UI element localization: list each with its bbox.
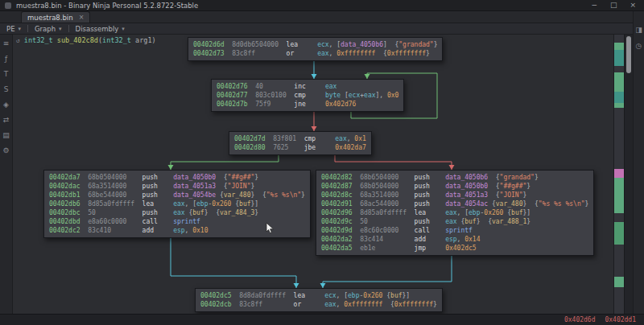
asm-line[interactable]: 00402d9d e8c60c0000 call sprintf	[321, 226, 588, 235]
token-a: 00402d7b	[217, 101, 248, 108]
asm-line[interactable]: 00402db6 8d85a0fdffff lea eax, [ebp-0x26…	[49, 200, 305, 208]
asm-line[interactable]: 00402dcb 83c8ff or eax, 0xffffffff {0xff…	[200, 300, 437, 309]
token-p	[407, 174, 415, 181]
token-a: 00402d87	[321, 183, 353, 190]
token-p: }	[526, 218, 530, 225]
vertical-scrollbar[interactable]	[624, 35, 633, 314]
symbols-icon[interactable]: ƒ	[5, 55, 7, 63]
xrefs-icon[interactable]: ⇄	[3, 116, 10, 124]
token-m: add	[415, 236, 446, 243]
strings-icon[interactable]: S	[4, 85, 9, 93]
asm-line[interactable]: 00402d77 803c0100 cmp byte [ecx+eax], 0x…	[217, 91, 398, 100]
token-s: "##g##"	[500, 183, 527, 190]
feature-map-segment	[614, 245, 624, 277]
token-d: data_4051a3	[173, 183, 216, 190]
tab-close-icon[interactable]: ×	[79, 14, 85, 21]
types-icon[interactable]: T	[4, 70, 9, 78]
view-type-dropdown[interactable]: PE ▾	[6, 25, 21, 33]
asm-line[interactable]: 00402d7d 83f801 cmp eax, 0x1	[234, 134, 366, 143]
asm-line[interactable]: 00402dc5 8d8da0fdffff lea ecx, [ebp-0x26…	[200, 291, 437, 300]
token-r: ebp	[348, 292, 359, 299]
token-p	[353, 200, 361, 208]
token-b: 68b0504000	[88, 174, 134, 181]
basic-block-402d82[interactable]: 00402d82 68b6504000 push data_4050b6 {"g…	[316, 170, 594, 256]
asm-line[interactable]: 00402d73 83c8ff or eax, 0xffffffff {0xff…	[193, 49, 437, 58]
token-m: lea	[142, 200, 174, 208]
minimize-button[interactable]: −	[591, 0, 597, 10]
token-ty: int32_t	[102, 36, 131, 44]
token-p: }]	[251, 200, 259, 208]
asm-line[interactable]: 00402dbc 50 push eax {buf} {var_484_3}	[49, 208, 305, 217]
token-b: 83c414	[360, 236, 407, 243]
asm-line[interactable]: 00402da7 68b0504000 push data_4050b0 {"#…	[49, 173, 305, 182]
il-view-dropdown[interactable]: Disassembly ▾	[76, 25, 125, 33]
token-m: cmp	[304, 135, 336, 142]
graph-view[interactable]: 00402d6d 8d0db6504000 lea ecx, [data_405…	[13, 35, 613, 314]
token-r: ecx	[317, 41, 328, 48]
asm-line[interactable]: 00402d6d 8d0db6504000 lea ecx, [data_405…	[193, 40, 437, 49]
token-b: 8d0db6504000	[232, 41, 279, 48]
tab-muestra8[interactable]: muestra8.bin ×	[21, 11, 90, 23]
token-d: data_4051a3	[445, 191, 488, 199]
history-panel-icon[interactable]: ◷	[636, 42, 642, 50]
panel-right-icon[interactable]: ◨	[635, 26, 642, 34]
asm-line[interactable]: 00402d87 68b0504000 push data_4050b0 {"#…	[321, 182, 588, 191]
token-r: esp	[173, 227, 184, 234]
token-p	[80, 218, 89, 225]
token-p	[225, 50, 233, 57]
feature-map-segment	[614, 222, 624, 245]
asm-line[interactable]: 00402d91 68ac544000 push data_4054ac {va…	[321, 200, 588, 208]
token-p: }	[301, 191, 305, 199]
token-p	[225, 41, 233, 48]
basic-block-402dc5[interactable]: 00402dc5 8d8da0fdffff lea ecx, [ebp-0x26…	[195, 288, 443, 312]
token-b: 68a3514000	[88, 183, 134, 190]
settings-icon[interactable]: ⚙	[2, 146, 9, 154]
function-nav-icon[interactable]: ↺	[16, 37, 20, 44]
token-b: 68b0504000	[360, 183, 407, 190]
maximize-button[interactable]: □	[610, 0, 617, 10]
token-s: "grandad"	[500, 174, 535, 181]
feature-map[interactable]	[613, 35, 624, 314]
token-b: 68a3514000	[360, 191, 407, 199]
hamburger-menu-icon[interactable]: ≡	[3, 39, 10, 47]
asm-line[interactable]: 00402d8c 68a3514000 push data_4051a3 {"J…	[321, 191, 588, 200]
token-pl: arg1)	[131, 36, 156, 44]
asm-line[interactable]: 00402dac 68a3514000 push data_4051a3 {"J…	[49, 182, 305, 191]
edge-true	[171, 155, 279, 170]
token-r: eax	[335, 135, 346, 142]
basic-block-402d6d[interactable]: 00402d6d 8d0db6504000 lea ecx, [data_405…	[188, 37, 443, 61]
asm-line[interactable]: 00402da2 83c414 add esp, 0x14	[321, 235, 588, 244]
close-button[interactable]: ×	[630, 0, 636, 10]
function-signature[interactable]: ↺ int32_t sub_402c8d(int32_t arg1)	[16, 36, 156, 44]
memory-map-icon[interactable]: ▤	[2, 131, 10, 139]
token-m: call	[415, 227, 446, 234]
edge-uncond	[323, 256, 452, 288]
token-p	[407, 245, 415, 252]
token-p: {	[382, 301, 394, 308]
tags-icon[interactable]: ◈	[3, 101, 9, 109]
asm-line[interactable]: 00402d9c 50 push eax {buf} {var_488_1}	[321, 217, 588, 226]
asm-line[interactable]: 00402d80 7625 jbe 0x402da7	[234, 143, 366, 152]
token-p	[353, 183, 361, 190]
basic-block-402d76[interactable]: 00402d76 40 inc eax00402d77 803c0100 cmp…	[211, 79, 404, 112]
token-p	[296, 135, 304, 142]
scrollbar-thumb[interactable]	[626, 36, 631, 73]
token-m: lea	[415, 209, 446, 216]
asm-line[interactable]: 00402db1 68be544000 push data_4054be {va…	[49, 191, 305, 200]
asm-line[interactable]: 00402d82 68b6504000 push data_4050b6 {"g…	[321, 173, 588, 182]
layout-mode-dropdown[interactable]: Graph ▾	[35, 25, 62, 33]
status-cursor-offset: 0x402d6d	[564, 316, 596, 323]
feature-map-segment	[614, 169, 624, 178]
token-a: 00402d91	[321, 200, 353, 208]
token-b: 75f9	[255, 101, 287, 108]
asm-line[interactable]: 00402da5 eb1e jmp 0x402dc5	[321, 244, 588, 253]
basic-block-402d7d[interactable]: 00402d7d 83f801 cmp eax, 0x100402d80 762…	[229, 131, 372, 155]
token-r: eax	[325, 83, 336, 90]
asm-line[interactable]: 00402d76 40 inc eax	[217, 82, 398, 91]
token-p: [	[341, 92, 349, 99]
asm-line[interactable]: 00402d96 8d85a0fdffff lea eax, [ebp-0x26…	[321, 208, 588, 217]
token-p	[80, 183, 89, 190]
asm-line[interactable]: 00402d7b 75f9 jne 0x402d76	[217, 100, 398, 109]
token-s: "JOIN"	[500, 191, 523, 199]
token-m: or	[287, 50, 318, 57]
